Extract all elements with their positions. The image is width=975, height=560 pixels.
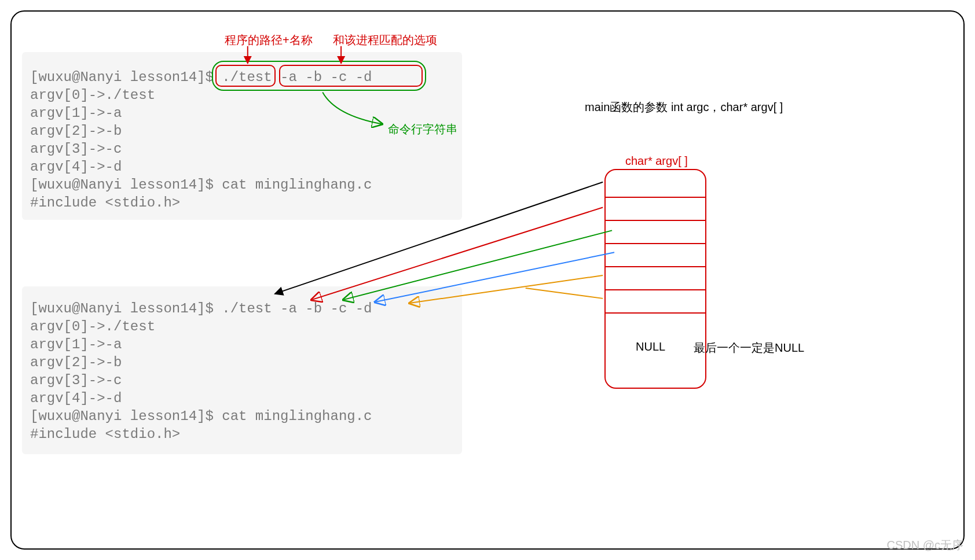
argv-row-5 — [604, 289, 706, 290]
argv-row-1 — [604, 197, 706, 198]
term1-line7: [wuxu@Nanyi lesson14]$ cat minglinghang.… — [30, 177, 372, 193]
term2-line2: argv[0]->./test — [30, 319, 155, 334]
term1-line6: argv[4]->-d — [30, 159, 122, 175]
term1-line4: argv[2]->-b — [30, 123, 122, 139]
annot-path-name: 程序的路径+名称 — [225, 32, 313, 48]
term2-line1: [wuxu@Nanyi lesson14]$ ./test -a -b -c -… — [30, 301, 372, 316]
term2-line4: argv[2]->-b — [30, 355, 122, 370]
term2-line7: [wuxu@Nanyi lesson14]$ cat minglinghang.… — [30, 408, 372, 424]
annot-command-string: 命令行字符串 — [388, 121, 457, 137]
argv-array-box — [604, 169, 706, 389]
term1-line5: argv[3]->-c — [30, 141, 122, 157]
red-box-options — [279, 65, 423, 87]
argv-row-6 — [604, 312, 706, 314]
annot-options: 和该进程匹配的选项 — [333, 32, 437, 48]
null-label: NULL — [636, 340, 665, 353]
argv-array-title: char* argv[ ] — [625, 154, 688, 168]
term1-line3: argv[1]->-a — [30, 105, 122, 121]
term2-line6: argv[4]->-d — [30, 390, 122, 406]
argv-row-3 — [604, 243, 706, 244]
argv-row-4 — [604, 266, 706, 267]
term1-line2: argv[0]->./test — [30, 87, 155, 103]
null-note: 最后一个一定是NULL — [694, 340, 804, 356]
term2-line3: argv[1]->-a — [30, 337, 122, 352]
svg-line-7 — [526, 288, 603, 299]
watermark: CSDN @c无序 — [886, 537, 963, 553]
main-params-label: main函数的参数 int argc，char* argv[ ] — [585, 100, 783, 115]
diagram-container: 程序的路径+名称 和该进程匹配的选项 [wuxu@Nanyi lesson14]… — [10, 10, 965, 550]
red-box-program — [215, 65, 276, 87]
argv-row-2 — [604, 220, 706, 221]
term1-line8: #include <stdio.h> — [30, 195, 180, 211]
term2-line5: argv[3]->-c — [30, 373, 122, 388]
svg-line-3 — [312, 208, 603, 300]
term2-line8: #include <stdio.h> — [30, 426, 180, 442]
